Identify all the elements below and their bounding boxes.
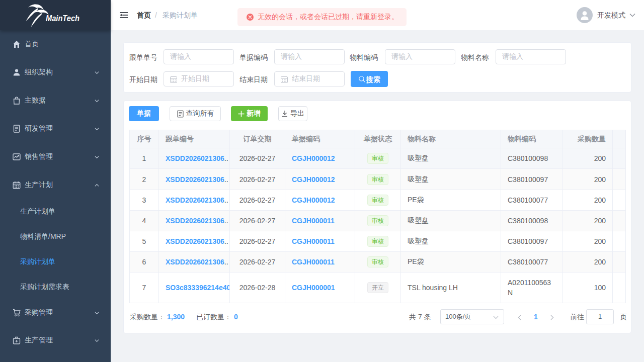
svg-text:MainTech: MainTech <box>46 14 79 23</box>
